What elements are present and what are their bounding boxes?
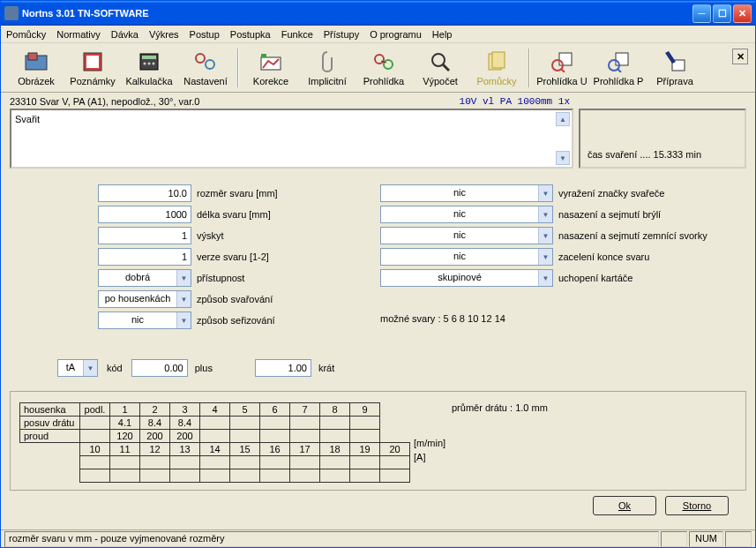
tool-poznamky[interactable]: Poznámky [64, 49, 121, 86]
krat-input[interactable] [255, 359, 311, 377]
status-cell [661, 531, 687, 547]
statusbar: rozměr svaru v mm - pouze vyjmenované ro… [1, 529, 755, 547]
picture-icon [24, 49, 49, 74]
verze-label: verze svaru [1-2] [197, 251, 269, 262]
delka-input[interactable] [98, 206, 191, 223]
status-text: rozměr svaru v mm - pouze vyjmenované ro… [4, 531, 659, 547]
svg-line-22 [561, 69, 565, 72]
chevron-down-icon[interactable]: ▼ [83, 360, 97, 376]
vyskyt-label: výskyt [197, 230, 224, 241]
znacky-label: vyražení značky svařeče [558, 188, 664, 199]
svg-point-6 [144, 62, 146, 64]
tool-prohlidka-p[interactable]: Prohlídka P [590, 49, 647, 86]
scroll-down-icon[interactable]: ▼ [556, 151, 570, 165]
svg-rect-20 [559, 53, 572, 65]
storno-button[interactable]: Storno [665, 496, 729, 515]
toolbar-separator [237, 49, 239, 87]
svg-rect-5 [142, 56, 156, 59]
chevron-down-icon[interactable]: ▼ [176, 312, 191, 328]
chevron-down-icon[interactable]: ▼ [538, 185, 552, 201]
bryli-label: nasazení a sejmutí brýlí [558, 209, 661, 220]
bryli-select[interactable]: nic▼ [380, 206, 553, 223]
tool-pomucky[interactable]: Pomůcky [468, 49, 525, 86]
view-p-icon [606, 49, 631, 74]
view-u-icon [550, 49, 574, 74]
tool-nastaveni[interactable]: Nastavení [177, 49, 234, 86]
menu-davka[interactable]: Dávka [111, 29, 138, 40]
minimize-button[interactable]: ─ [692, 4, 711, 23]
tool-vypocet[interactable]: Výpočet [412, 49, 468, 86]
app-icon [4, 6, 19, 20]
ok-button[interactable]: Ok [593, 496, 656, 515]
menu-pristupy[interactable]: Přístupy [324, 29, 359, 40]
window-title: Nortns 3.01 TN-SOFTWARE [22, 8, 692, 19]
possible-welds: možné svary : 5 6 8 10 12 14 [380, 313, 746, 324]
pristupnost-select[interactable]: dobrá▼ [98, 269, 191, 287]
plus-label: plus [195, 363, 213, 373]
menu-help[interactable]: Help [432, 29, 453, 40]
menu-oprogramu[interactable]: O programu [370, 29, 422, 40]
correction-icon [258, 49, 283, 74]
menu-vykres[interactable]: Výkres [149, 29, 179, 40]
scroll-up-icon[interactable]: ▲ [556, 112, 570, 126]
chevron-down-icon[interactable]: ▼ [176, 291, 191, 307]
toolbar-separator [528, 49, 530, 87]
svg-rect-3 [86, 56, 99, 68]
kod-select[interactable]: tA▼ [57, 359, 98, 377]
notes-icon [80, 49, 105, 74]
kartace-label: uchopení kartáče [558, 273, 632, 283]
kartace-select[interactable]: skupinové▼ [380, 269, 553, 287]
menu-normativy[interactable]: Normativy [56, 29, 101, 40]
main-textarea[interactable]: Svařit ▲ ▼ [10, 109, 573, 169]
diameter-label: průměr drátu : 1.0 mm [452, 402, 548, 413]
chevron-down-icon[interactable]: ▼ [538, 270, 552, 286]
status-num: NUM [689, 531, 723, 547]
menu-postup[interactable]: Postup [190, 29, 220, 40]
tool-prohlidka-u[interactable]: Prohlídka U [534, 49, 590, 86]
svg-point-10 [206, 60, 214, 69]
toolbar-close-icon[interactable]: ✕ [732, 49, 748, 64]
units-column: [m/min] [A] [410, 402, 445, 483]
docs-icon [484, 49, 509, 74]
chevron-down-icon[interactable]: ▼ [538, 249, 552, 265]
zpusob-sv-select[interactable]: po housenkách▼ [98, 290, 191, 308]
chevron-down-icon[interactable]: ▼ [538, 206, 552, 222]
menu-funkce[interactable]: Funkce [281, 29, 313, 40]
menubar: Pomůcky Normativy Dávka Výkres Postup Po… [1, 26, 755, 43]
tool-prohlidka[interactable]: Prohlídka [356, 49, 412, 86]
chevron-down-icon[interactable]: ▼ [538, 228, 552, 244]
chevron-down-icon[interactable]: ▼ [176, 270, 191, 286]
tool-obrazek[interactable]: Obrázek [8, 49, 64, 86]
maximize-button[interactable]: ☐ [713, 4, 731, 23]
tool-korekce[interactable]: Korekce [243, 49, 299, 86]
zpusob-ser-label: způsob seřizování [197, 315, 275, 326]
toolbar: Obrázek Poznámky Kalkulačka Nastavení Ko… [1, 43, 755, 93]
kod-label: kód [107, 363, 123, 373]
znacky-select[interactable]: nic▼ [380, 184, 553, 202]
tool-kalkulacka[interactable]: Kalkulačka [121, 49, 177, 86]
menu-pomucky[interactable]: Pomůcky [6, 29, 46, 40]
svg-point-16 [432, 54, 445, 66]
verze-input[interactable] [98, 248, 191, 266]
konce-select[interactable]: nic▼ [380, 248, 553, 266]
svorky-select[interactable]: nic▼ [380, 227, 553, 244]
svg-rect-1 [28, 53, 37, 60]
vyskyt-input[interactable] [98, 227, 191, 244]
status-cell [725, 531, 752, 547]
time-panel: čas svaření .... 15.333 min [579, 109, 746, 169]
rozmer-input[interactable] [98, 184, 191, 202]
plus-input[interactable] [131, 359, 188, 377]
zpusob-ser-select[interactable]: nic▼ [98, 312, 191, 329]
svg-point-9 [196, 54, 205, 63]
zpusob-sv-label: způsob svařování [197, 294, 273, 304]
svorky-label: nasazení a sejmutí zemnící svorky [558, 230, 707, 241]
konce-label: zacelení konce svaru [558, 251, 649, 262]
data-table-top: housenkapodl.123456789 posuv drátu4.18.4… [19, 402, 380, 443]
menu-postupka[interactable]: Postupka [230, 29, 271, 40]
close-button[interactable]: ✕ [733, 4, 752, 23]
header-left: 23310 Svar V, PA (A1), nepodlož., 30°, v… [10, 96, 460, 107]
magnify-icon [428, 49, 453, 74]
tool-implicitni[interactable]: Implicitní [299, 49, 356, 86]
data-table-panel: housenkapodl.123456789 posuv drátu4.18.4… [10, 391, 746, 491]
tool-priprava[interactable]: Příprava [647, 49, 703, 86]
